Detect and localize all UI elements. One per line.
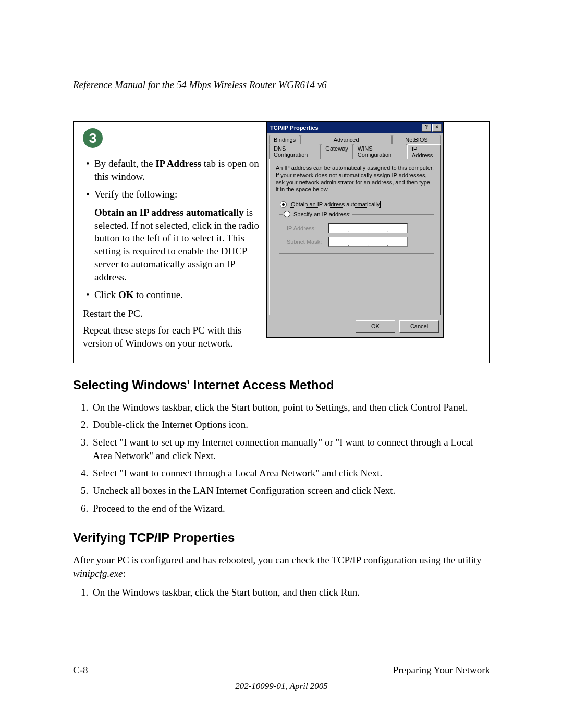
sub-obtain-auto: Obtain an IP address automatically is se… bbox=[83, 206, 260, 283]
list-item: Select "I want to connect through a Loca… bbox=[91, 466, 490, 480]
dialog-titlebar: TCP/IP Properties ? × bbox=[267, 122, 443, 133]
step-left-column: 3 By default, the IP Address tab is open… bbox=[74, 122, 266, 363]
tab-row-2: DNS Configuration Gateway WINS Configura… bbox=[267, 144, 443, 159]
subnet-mask-field: Subnet Mask: bbox=[287, 237, 429, 247]
tab-wins[interactable]: WINS Configuration bbox=[353, 144, 407, 159]
bullet-verify: Verify the following: bbox=[83, 188, 260, 201]
dialog-panel: An IP address can be automatically assig… bbox=[269, 159, 441, 315]
list-item: On the Windows taskbar, click the Start … bbox=[91, 401, 490, 414]
page-number: C-8 bbox=[73, 664, 88, 676]
tab-bindings[interactable]: Bindings bbox=[269, 135, 300, 144]
list-item: Select "I want to set up my Internet con… bbox=[91, 436, 490, 462]
bold-obtain-auto: Obtain an IP address automatically bbox=[94, 207, 244, 218]
radio-label: Specify an IP address: bbox=[293, 211, 351, 217]
ip-label: IP Address: bbox=[287, 225, 328, 231]
text: Click bbox=[94, 289, 118, 300]
mask-input[interactable] bbox=[328, 237, 408, 247]
tab-gateway[interactable]: Gateway bbox=[321, 144, 352, 159]
text: By default, the bbox=[94, 158, 155, 169]
radio-specify[interactable]: Specify an IP address: bbox=[284, 211, 351, 217]
dialog-title: TCP/IP Properties bbox=[270, 125, 319, 131]
italic-winipcfg: winipcfg.exe bbox=[73, 568, 123, 579]
ip-address-field: IP Address: bbox=[287, 223, 429, 233]
text: to continue. bbox=[133, 289, 182, 300]
verify-intro: After your PC is configured and has rebo… bbox=[73, 553, 490, 580]
running-header: Reference Manual for the 54 Mbps Wireles… bbox=[73, 79, 490, 95]
ip-input[interactable] bbox=[328, 223, 408, 233]
tab-row-1: Bindings Advanced NetBIOS bbox=[267, 133, 443, 144]
screenshot-dialog: TCP/IP Properties ? × Bindings Advanced … bbox=[266, 122, 444, 363]
repeat-steps: Repeat these steps for each PC with this… bbox=[83, 324, 260, 350]
text: : bbox=[123, 568, 126, 579]
bold-ok: OK bbox=[118, 289, 134, 300]
list-item: Double-click the Internet Options icon. bbox=[91, 418, 490, 431]
list-selecting-windows: On the Windows taskbar, click the Start … bbox=[73, 401, 490, 515]
text: is selected. If not selected, click in t… bbox=[94, 207, 259, 282]
cancel-button[interactable]: Cancel bbox=[399, 320, 439, 333]
radio-label: Obtain an IP address automatically bbox=[290, 201, 381, 208]
close-icon[interactable]: × bbox=[432, 124, 442, 132]
ok-button[interactable]: OK bbox=[356, 320, 395, 333]
text: After your PC is configured and has rebo… bbox=[73, 554, 482, 565]
radio-icon bbox=[284, 211, 290, 217]
bullet-ip-address-tab: By default, the IP Address tab is open o… bbox=[83, 157, 260, 183]
tab-advanced[interactable]: Advanced bbox=[300, 135, 392, 144]
mask-label: Subnet Mask: bbox=[287, 239, 328, 245]
doc-version: 202-10099-01, April 2005 bbox=[0, 681, 563, 692]
page-footer: C-8 Preparing Your Network bbox=[73, 660, 490, 676]
bold-ip-address: IP Address bbox=[155, 158, 201, 169]
list-item: On the Windows taskbar, click the Start … bbox=[91, 586, 490, 599]
radio-icon bbox=[280, 201, 287, 208]
chapter-title: Preparing Your Network bbox=[393, 664, 490, 676]
step-table: 3 By default, the IP Address tab is open… bbox=[73, 121, 490, 363]
list-item: Proceed to the end of the Wizard. bbox=[91, 502, 490, 515]
help-icon[interactable]: ? bbox=[422, 124, 431, 132]
heading-selecting-windows: Selecting Windows' Internet Access Metho… bbox=[73, 378, 490, 392]
list-item: Uncheck all boxes in the LAN Internet Co… bbox=[91, 484, 490, 498]
tab-ip-address[interactable]: IP Address bbox=[407, 144, 441, 159]
restart-pc: Restart the PC. bbox=[83, 307, 260, 320]
tab-dns[interactable]: DNS Configuration bbox=[269, 144, 321, 159]
step-number-badge: 3 bbox=[83, 128, 103, 148]
tab-netbios[interactable]: NetBIOS bbox=[392, 135, 441, 144]
bullet-click-ok: Click OK to continue. bbox=[83, 289, 260, 302]
radio-obtain-auto[interactable]: Obtain an IP address automatically bbox=[280, 201, 434, 208]
specify-group: Specify an IP address: IP Address: Subne… bbox=[279, 214, 434, 254]
heading-verifying-tcpip: Verifying TCP/IP Properties bbox=[73, 530, 490, 545]
dialog-description: An IP address can be automatically assig… bbox=[276, 165, 434, 193]
list-verifying: On the Windows taskbar, click the Start … bbox=[73, 586, 490, 599]
